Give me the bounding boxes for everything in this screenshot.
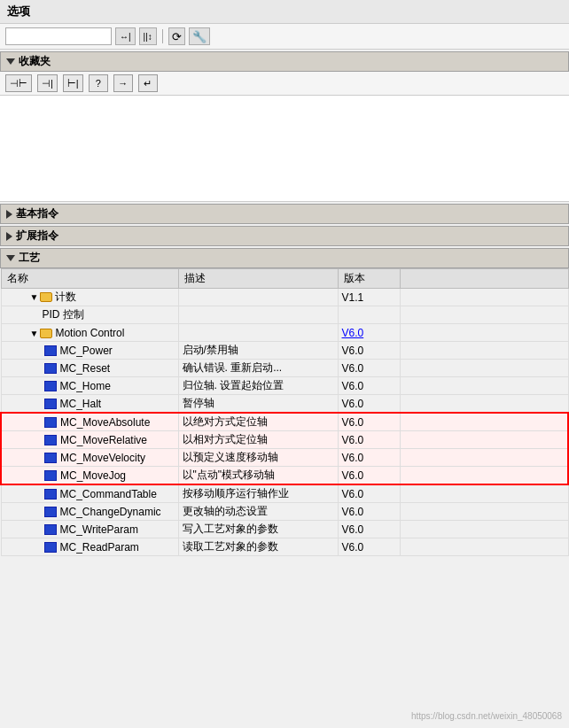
block-icon <box>44 470 57 481</box>
fav-btn-6[interactable]: ↵ <box>138 74 158 92</box>
row-version-cell[interactable]: V6.0 <box>338 324 400 342</box>
row-name-cell: MC_CommandTable <box>1 484 178 503</box>
block-icon <box>44 489 57 500</box>
row-desc-cell: 以"点动"模式移动轴 <box>178 467 338 485</box>
row-name-text: 计数 <box>55 290 76 303</box>
fav-btn-1[interactable]: ⊣⊢ <box>5 74 32 92</box>
row-name-text: MC_CommandTable <box>60 488 157 500</box>
row-name-text: Motion Control <box>55 327 124 339</box>
table-row[interactable]: MC_CommandTable按移动顺序运行轴作业V6.0 <box>1 484 568 503</box>
row-desc-cell <box>178 306 338 324</box>
row-version-cell: V6.0 <box>338 360 400 377</box>
col-header-extra <box>400 269 568 289</box>
basic-cmd-section-header[interactable]: 基本指令 <box>0 204 569 224</box>
expand-icon[interactable]: ▼ <box>30 292 39 302</box>
table-row[interactable]: MC_MoveAbsolute以绝对方式定位轴V6.0 <box>1 413 568 431</box>
row-version-cell: V6.0 <box>338 413 400 431</box>
row-version-cell: V6.0 <box>338 395 400 414</box>
table-row[interactable]: PID 控制 <box>1 306 568 324</box>
row-version-cell: V6.0 <box>338 377 400 395</box>
folder-icon <box>40 292 52 302</box>
row-name-text: MC_ChangeDynamic <box>60 506 161 518</box>
row-name-cell: MC_Home <box>1 377 178 395</box>
row-name-text: MC_Power <box>60 345 113 357</box>
table-row[interactable]: MC_MoveJog以"点动"模式移动轴V6.0 <box>1 467 568 485</box>
row-name-text: MC_ReadParam <box>60 541 139 554</box>
favorites-label: 收藏夹 <box>19 54 51 69</box>
fav-btn-2[interactable]: ⊣| <box>37 74 58 92</box>
fav-btn-5[interactable]: → <box>113 74 133 92</box>
row-extra-cell <box>400 289 568 306</box>
row-extra-cell <box>400 538 568 556</box>
craft-section-header[interactable]: 工艺 <box>0 248 569 268</box>
row-desc-cell: 按移动顺序运行轴作业 <box>178 484 338 503</box>
row-desc-cell: 归位轴. 设置起始位置 <box>178 377 338 395</box>
row-name-cell: ▼计数 <box>1 289 178 306</box>
row-version-cell: V6.0 <box>338 503 400 521</box>
row-extra-cell <box>400 342 568 360</box>
row-desc-cell: 读取工艺对象的参数 <box>178 538 338 556</box>
row-extra-cell <box>400 306 568 324</box>
col-header-name: 名称 <box>1 269 178 289</box>
row-version-cell: V6.0 <box>338 521 400 538</box>
table-row[interactable]: ▼计数V1.1 <box>1 289 568 306</box>
row-name-cell: MC_Reset <box>1 360 178 377</box>
favorites-section-header[interactable]: 收藏夹 <box>0 51 569 72</box>
block-icon <box>44 399 57 409</box>
table-row[interactable]: MC_Halt暂停轴V6.0 <box>1 395 568 414</box>
row-name-text: MC_Halt <box>60 398 102 410</box>
block-icon <box>44 524 57 535</box>
row-version-cell: V6.0 <box>338 538 400 556</box>
toolbar-btn-refresh[interactable]: ⟳ <box>168 27 185 45</box>
toolbar-btn-sort2[interactable]: ||↕ <box>139 27 157 45</box>
row-name-cell: MC_WriteParam <box>1 521 178 538</box>
row-name-text: PID 控制 <box>43 308 84 321</box>
row-name-cell: PID 控制 <box>1 306 178 324</box>
toolbar-btn-settings[interactable]: 🔧 <box>189 27 210 45</box>
row-name-cell: MC_MoveVelocity <box>1 449 178 467</box>
row-extra-cell <box>400 360 568 377</box>
block-icon <box>44 363 57 374</box>
fav-btn-4[interactable]: ? <box>89 74 108 92</box>
row-desc-cell: 更改轴的动态设置 <box>178 503 338 521</box>
table-row[interactable]: MC_Power启动/禁用轴V6.0 <box>1 342 568 360</box>
version-link[interactable]: V6.0 <box>342 327 364 339</box>
table-row[interactable]: ▼Motion ControlV6.0 <box>1 324 568 342</box>
row-name-text: MC_Home <box>60 380 111 392</box>
title-bar: 选项 <box>0 0 569 24</box>
table-row[interactable]: MC_MoveRelative以相对方式定位轴V6.0 <box>1 431 568 449</box>
tree-table-container: 名称 描述 版本 ▼计数V1.1PID 控制▼Motion ControlV6.… <box>0 268 569 556</box>
row-desc-cell: 暂停轴 <box>178 395 338 414</box>
row-extra-cell <box>400 377 568 395</box>
row-extra-cell <box>400 413 568 431</box>
toolbar-btn-sort1[interactable]: ↔| <box>115 27 136 45</box>
row-name-text: MC_MoveVelocity <box>60 452 145 464</box>
row-name-text: MC_MoveRelative <box>60 434 147 446</box>
row-extra-cell <box>400 503 568 521</box>
fav-btn-3[interactable]: ⊢| <box>63 74 83 92</box>
table-row[interactable]: MC_Reset确认错误. 重新启动...V6.0 <box>1 360 568 377</box>
expand-icon[interactable]: ▼ <box>30 329 39 338</box>
row-name-cell: MC_MoveAbsolute <box>1 413 178 431</box>
table-row[interactable]: MC_Home归位轴. 设置起始位置V6.0 <box>1 377 568 395</box>
table-row[interactable]: MC_MoveVelocity以预定义速度移动轴V6.0 <box>1 449 568 467</box>
row-extra-cell <box>400 521 568 538</box>
toolbar-separator <box>162 29 163 43</box>
row-desc-cell: 启动/禁用轴 <box>178 342 338 360</box>
block-icon <box>44 453 57 463</box>
row-name-cell: MC_MoveJog <box>1 467 178 485</box>
row-extra-cell <box>400 431 568 449</box>
table-row[interactable]: MC_WriteParam写入工艺对象的参数V6.0 <box>1 521 568 538</box>
row-name-text: MC_MoveJog <box>60 469 126 482</box>
folder-icon <box>40 329 52 338</box>
basic-cmd-label: 基本指令 <box>16 206 58 221</box>
search-input[interactable] <box>5 27 112 45</box>
row-extra-cell <box>400 484 568 503</box>
table-row[interactable]: MC_ChangeDynamic更改轴的动态设置V6.0 <box>1 503 568 521</box>
favorites-arrow <box>6 58 15 65</box>
row-extra-cell <box>400 449 568 467</box>
table-row[interactable]: MC_ReadParam读取工艺对象的参数V6.0 <box>1 538 568 556</box>
extend-cmd-section-header[interactable]: 扩展指令 <box>0 226 569 246</box>
row-version-cell <box>338 306 400 324</box>
block-icon <box>44 345 57 356</box>
